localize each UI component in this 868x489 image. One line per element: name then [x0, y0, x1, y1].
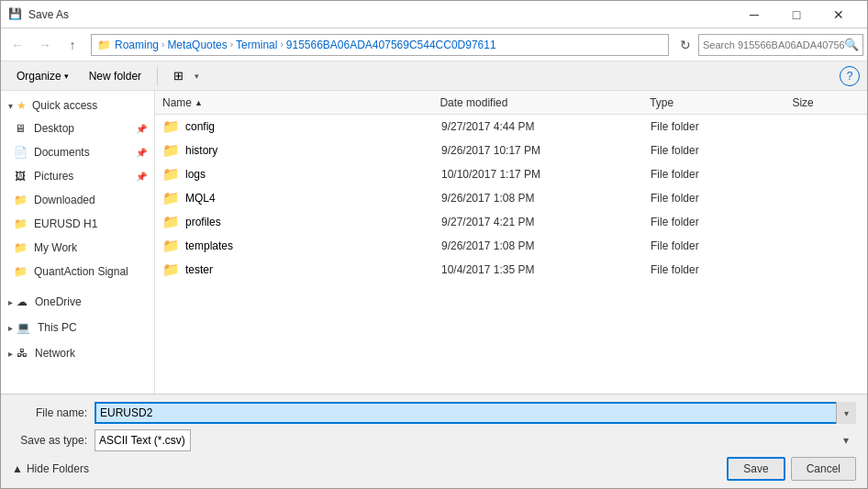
file-type: File folder: [651, 192, 790, 205]
table-row[interactable]: 📁 MQL4 9/26/2017 1:08 PM File folder: [155, 186, 867, 210]
file-date: 10/10/2017 1:17 PM: [441, 168, 651, 181]
table-row[interactable]: 📁 tester 10/4/2017 1:35 PM File folder: [155, 258, 867, 282]
folder-icon: 📁: [162, 238, 180, 254]
folder-icon: 📁: [162, 142, 180, 159]
back-button[interactable]: ←: [5, 32, 30, 58]
main-content: ▾ ★ Quick access 🖥 Desktop 📌 📄 Documents…: [1, 91, 867, 394]
file-date: 9/26/2017 10:17 PM: [441, 144, 651, 157]
col-header-type[interactable]: Type: [646, 91, 788, 114]
thispc-expand-icon: ▸: [8, 323, 13, 333]
breadcrumb-roaming[interactable]: Roaming: [115, 39, 159, 51]
minimize-button[interactable]: ─: [733, 1, 775, 28]
view-button[interactable]: ⊞: [165, 65, 191, 87]
breadcrumb-bar: 📁 Roaming › MetaQuotes › Terminal › 9155…: [91, 34, 669, 56]
hide-folders-label: Hide Folders: [27, 462, 89, 475]
saveas-label: Save as type:: [12, 434, 95, 447]
file-type: File folder: [651, 216, 790, 228]
sidebar-item-documents[interactable]: 📄 Documents 📌: [1, 140, 154, 164]
breadcrumb-sep-1: ›: [161, 39, 164, 50]
sidebar-item-pictures[interactable]: 🖼 Pictures 📌: [1, 164, 154, 188]
file-name: templates: [185, 239, 233, 252]
col-header-size[interactable]: Size: [788, 91, 863, 114]
documents-pin-icon: 📌: [136, 148, 147, 158]
file-area: Name ▲ Date modified Type Size 📁 config …: [155, 91, 867, 394]
search-input[interactable]: [703, 39, 844, 50]
window-controls: ─ □ ✕: [733, 1, 860, 28]
hide-folders-arrow-icon: ▲: [12, 462, 23, 475]
new-folder-button[interactable]: New folder: [81, 65, 150, 87]
file-date: 9/26/2017 1:08 PM: [441, 239, 651, 252]
col-name-sort-icon: ▲: [195, 98, 203, 107]
eurusd-icon: 📁: [12, 217, 28, 230]
table-row[interactable]: 📁 config 9/27/2017 4:44 PM File folder: [155, 115, 867, 139]
organize-arrow: ▾: [64, 72, 69, 81]
sidebar-item-mywork[interactable]: 📁 My Work: [1, 236, 154, 260]
maximize-button[interactable]: □: [775, 1, 818, 28]
button-row: ▲ Hide Folders Save Cancel: [12, 457, 856, 481]
thispc-label: This PC: [38, 321, 77, 334]
search-icon: 🔍: [844, 38, 859, 51]
sidebar-item-eurusd[interactable]: 📁 EURUSD H1: [1, 212, 154, 236]
downloaded-icon: 📁: [12, 194, 28, 206]
sidebar-item-quantaction[interactable]: 📁 QuantAction Signal: [1, 260, 154, 283]
breadcrumb-metaquotes[interactable]: MetaQuotes: [167, 39, 227, 51]
quantaction-icon: 📁: [12, 265, 28, 278]
file-name: tester: [185, 263, 213, 276]
table-row[interactable]: 📁 profiles 9/27/2017 4:21 PM File folder: [155, 210, 867, 234]
col-header-name[interactable]: Name ▲: [159, 91, 436, 114]
up-button[interactable]: ↑: [60, 32, 85, 58]
sidebar-item-desktop[interactable]: 🖥 Desktop 📌: [1, 117, 154, 140]
thispc-header[interactable]: ▸ 💻 This PC: [1, 317, 154, 339]
navigation-bar: ← → ↑ 📁 Roaming › MetaQuotes › Terminal …: [1, 28, 867, 61]
network-header[interactable]: ▸ 🖧 Network: [1, 342, 154, 364]
close-button[interactable]: ✕: [818, 1, 860, 28]
hide-folders-button[interactable]: ▲ Hide Folders: [12, 462, 89, 475]
col-header-date[interactable]: Date modified: [436, 91, 646, 114]
file-type: File folder: [651, 239, 790, 252]
col-type-label: Type: [650, 96, 673, 109]
file-type: File folder: [651, 263, 790, 276]
breadcrumb-sep-2: ›: [230, 39, 233, 50]
documents-icon: 📄: [12, 146, 28, 159]
file-date: 9/27/2017 4:44 PM: [441, 120, 651, 133]
thispc-icon: 💻: [17, 321, 30, 334]
col-size-label: Size: [792, 96, 813, 109]
refresh-button[interactable]: ↻: [674, 34, 696, 56]
toolbar: Organize ▾ New folder ⊞ ▾ ?: [1, 61, 867, 91]
file-name: MQL4: [185, 192, 216, 205]
folder-icon: 📁: [162, 118, 180, 135]
cancel-button[interactable]: Cancel: [791, 457, 856, 481]
onedrive-header[interactable]: ▸ ☁ OneDrive: [1, 291, 154, 313]
table-row[interactable]: 📁 logs 10/10/2017 1:17 PM File folder: [155, 162, 867, 186]
desktop-icon: 🖥: [12, 122, 28, 135]
file-type: File folder: [651, 120, 790, 133]
network-icon: 🖧: [17, 347, 28, 360]
quick-access-header[interactable]: ▾ ★ Quick access: [1, 94, 154, 117]
filename-dropdown-arrow[interactable]: ▾: [836, 402, 856, 424]
window-icon: 💾: [8, 7, 23, 22]
onedrive-label: OneDrive: [35, 295, 82, 308]
filename-input-wrapper: ▾: [95, 402, 856, 424]
forward-button[interactable]: →: [32, 32, 58, 58]
table-row[interactable]: 📁 templates 9/26/2017 1:08 PM File folde…: [155, 234, 867, 258]
quick-access-star-icon: ★: [17, 99, 27, 112]
sidebar-item-downloaded[interactable]: 📁 Downloaded: [1, 188, 154, 212]
network-label: Network: [35, 347, 75, 360]
saveas-row: Save as type: ASCII Text (*.csv): [12, 429, 856, 451]
file-name: config: [185, 120, 215, 133]
breadcrumb-hash[interactable]: 915566BA06ADA407569C544CC0D97611: [286, 39, 496, 51]
filename-input[interactable]: [95, 402, 856, 424]
eurusd-label: EURUSD H1: [34, 217, 147, 230]
breadcrumb-terminal[interactable]: Terminal: [236, 39, 277, 51]
help-button[interactable]: ?: [840, 66, 860, 86]
pictures-label: Pictures: [34, 170, 130, 183]
search-bar: 🔍: [698, 34, 863, 56]
view-dropdown-arrow[interactable]: ▾: [195, 72, 199, 81]
organize-label: Organize: [17, 70, 61, 83]
save-button[interactable]: Save: [727, 457, 785, 481]
col-name-label: Name: [162, 96, 192, 109]
saveas-select[interactable]: ASCII Text (*.csv): [95, 429, 191, 451]
quick-access-label: Quick access: [32, 99, 97, 112]
table-row[interactable]: 📁 history 9/26/2017 10:17 PM File folder: [155, 139, 867, 162]
organize-button[interactable]: Organize ▾: [8, 65, 77, 87]
